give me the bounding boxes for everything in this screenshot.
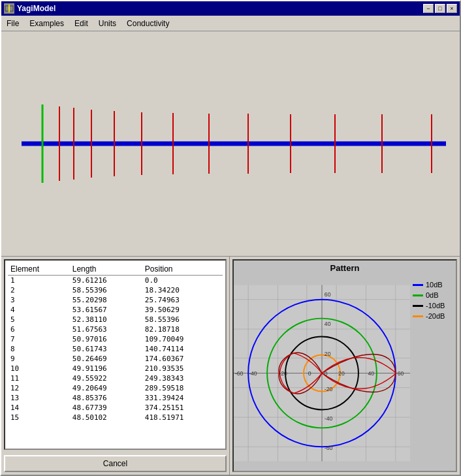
table-cell-length: 49.20649	[70, 383, 142, 393]
antenna-view	[1, 31, 460, 257]
table-cell-length: 48.67739	[70, 403, 142, 413]
legend-label-minus20db: -20dB	[426, 312, 445, 320]
pattern-container: Pattern	[232, 259, 457, 472]
table-cell-position: 39.50629	[142, 305, 223, 315]
svg-text:20: 20	[325, 351, 331, 357]
antenna-svg	[8, 42, 453, 245]
table-cell-length: 59.61216	[70, 276, 142, 286]
svg-text:40: 40	[368, 370, 374, 377]
table-row: 1448.67739374.25151	[8, 403, 223, 413]
main-window: YagiModel − □ × File Examples Edit Units…	[0, 0, 461, 476]
table-cell-position: 331.39424	[142, 393, 223, 403]
table-cell-element: 13	[8, 393, 70, 403]
table-cell-length: 48.50102	[70, 413, 142, 422]
table-cell-position: 210.93535	[142, 364, 223, 373]
table-cell-position: 174.60367	[142, 354, 223, 364]
table-row: 1249.20649289.59518	[8, 383, 223, 393]
svg-text:0: 0	[325, 370, 328, 377]
legend-label-0db: 0dB	[426, 291, 439, 299]
table-row: 950.26469174.60367	[8, 354, 223, 364]
content-area: Element Length Position 159.612160.0258.…	[1, 31, 460, 475]
app-icon	[4, 3, 14, 14]
restore-button[interactable]: □	[435, 4, 445, 13]
table-cell-length: 53.61567	[70, 305, 142, 315]
pattern-legend: 10dB 0dB -10dB	[410, 276, 456, 471]
legend-color-10db	[413, 284, 423, 286]
table-cell-element: 4	[8, 305, 70, 315]
table-cell-element: 7	[8, 334, 70, 344]
data-table-section: Element Length Position 159.612160.0258.…	[1, 257, 230, 475]
svg-text:60: 60	[398, 370, 404, 377]
menu-examples[interactable]: Examples	[24, 16, 69, 31]
table-row: 1548.50102418.51971	[8, 413, 223, 422]
window-controls: − □ ×	[423, 4, 457, 13]
table-cell-length: 50.61743	[70, 344, 142, 354]
table-cell-element: 9	[8, 354, 70, 364]
table-row: 750.97016109.70049	[8, 334, 223, 344]
menu-file[interactable]: File	[1, 16, 24, 31]
table-cell-element: 3	[8, 295, 70, 305]
table-row: 159.612160.0	[8, 276, 223, 286]
table-cell-length: 48.85376	[70, 393, 142, 403]
svg-text:40: 40	[325, 321, 331, 327]
table-cell-element: 14	[8, 403, 70, 413]
legend-minus20db: -20dB	[413, 312, 453, 320]
menu-edit[interactable]: Edit	[69, 16, 93, 31]
table-cell-length: 50.97016	[70, 334, 142, 344]
table-row: 552.3811058.55396	[8, 315, 223, 325]
svg-text:20: 20	[338, 370, 345, 377]
svg-text:-20: -20	[325, 386, 333, 392]
table-cell-element: 10	[8, 364, 70, 373]
legend-label-minus10db: -10dB	[426, 302, 445, 309]
table-cell-position: 289.59518	[142, 383, 223, 393]
svg-text:0: 0	[308, 370, 311, 377]
col-length: Length	[70, 263, 142, 276]
bottom-area: Element Length Position 159.612160.0258.…	[1, 257, 460, 475]
menu-units[interactable]: Units	[93, 16, 121, 31]
table-cell-element: 12	[8, 383, 70, 393]
table-cell-element: 15	[8, 413, 70, 422]
table-row: 1149.55922249.38343	[8, 373, 223, 383]
table-cell-length: 55.20298	[70, 295, 142, 305]
legend-color-0db	[413, 294, 423, 296]
table-row: 651.6756382.18718	[8, 325, 223, 334]
svg-text:-40: -40	[325, 415, 333, 422]
table-cell-position: 0.0	[142, 276, 223, 286]
table-cell-element: 5	[8, 315, 70, 325]
legend-0db: 0dB	[413, 291, 453, 299]
table-cell-length: 52.38110	[70, 315, 142, 325]
col-position: Position	[142, 263, 223, 276]
table-cell-element: 11	[8, 373, 70, 383]
table-cell-length: 49.55922	[70, 373, 142, 383]
pattern-inner: 60 40 20 0 -20 -40 -60 -60 -40 -20	[234, 276, 456, 471]
pattern-svg: 60 40 20 0 -20 -40 -60 -60 -40 -20	[234, 276, 410, 471]
menu-conductivity[interactable]: Conductivity	[121, 16, 174, 31]
table-cell-position: 140.74114	[142, 344, 223, 354]
table-row: 1049.91196210.93535	[8, 364, 223, 373]
table-cell-position: 374.25151	[142, 403, 223, 413]
legend-minus10db: -10dB	[413, 302, 453, 309]
table-cell-element: 6	[8, 325, 70, 334]
svg-text:-40: -40	[249, 370, 257, 377]
close-button[interactable]: ×	[447, 4, 457, 13]
title-bar: YagiModel − □ ×	[1, 1, 460, 16]
table-cell-element: 8	[8, 344, 70, 354]
col-element: Element	[8, 263, 70, 276]
table-cell-length: 51.67563	[70, 325, 142, 334]
table-cell-position: 25.74963	[142, 295, 223, 305]
table-cell-position: 249.38343	[142, 373, 223, 383]
legend-label-10db: 10dB	[426, 281, 443, 289]
pattern-chart: 60 40 20 0 -20 -40 -60 -60 -40 -20	[234, 276, 410, 471]
table-row: 355.2029825.74963	[8, 295, 223, 305]
menu-bar: File Examples Edit Units Conductivity	[1, 16, 460, 31]
table-cell-element: 1	[8, 276, 70, 286]
legend-color-minus10db	[413, 305, 423, 307]
table-row: 850.61743140.74114	[8, 344, 223, 354]
window-title: YagiModel	[17, 4, 56, 13]
minimize-button[interactable]: −	[423, 4, 434, 13]
table-row: 258.5539618.34220	[8, 285, 223, 295]
table-cell-position: 109.70049	[142, 334, 223, 344]
table-row: 453.6156739.50629	[8, 305, 223, 315]
table-cell-position: 58.55396	[142, 315, 223, 325]
cancel-button[interactable]: Cancel	[4, 455, 227, 472]
